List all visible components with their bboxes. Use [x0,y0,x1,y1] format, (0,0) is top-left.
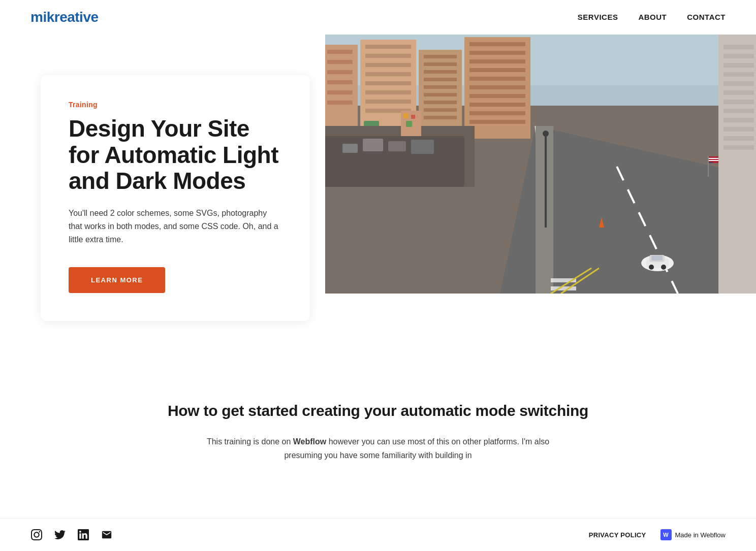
svg-rect-29 [469,42,525,46]
svg-rect-15 [365,90,411,94]
svg-rect-34 [469,85,525,89]
svg-rect-2 [325,45,358,126]
svg-rect-23 [424,85,457,89]
svg-rect-70 [723,100,754,104]
email-icon[interactable] [101,529,113,541]
svg-rect-49 [406,121,412,127]
nav-item-contact[interactable]: CONTACT [687,13,726,22]
site-logo[interactable]: mikreative [30,9,99,25]
svg-rect-33 [469,77,525,81]
nav-link-about[interactable]: ABOUT [638,13,667,21]
svg-rect-71 [723,109,754,113]
nav-item-services[interactable]: SERVICES [578,13,618,22]
svg-rect-48 [411,115,415,119]
nav-links: SERVICES ABOUT CONTACT [578,13,726,22]
svg-rect-64 [723,45,754,49]
svg-rect-36 [469,103,525,107]
learn-more-button[interactable]: LEARN MORE [69,267,165,293]
svg-rect-3 [327,50,353,54]
navigation: mikreative SERVICES ABOUT CONTACT [0,0,756,35]
svg-rect-44 [342,144,358,153]
svg-rect-67 [723,72,754,77]
svg-rect-25 [424,101,457,104]
linkedin-icon[interactable] [77,529,89,541]
how-to-title: How to get started creating your automat… [102,402,654,419]
svg-rect-47 [403,113,408,118]
svg-rect-66 [723,63,754,68]
svg-rect-12 [365,63,411,67]
svg-rect-72 [723,118,754,122]
svg-rect-69 [723,90,754,95]
svg-rect-30 [469,51,525,55]
svg-rect-5 [327,70,353,74]
svg-rect-43 [388,141,406,151]
hero-card: Training Design Your Site for Automatic … [41,75,310,321]
hero-image [325,35,756,362]
privacy-policy-link[interactable]: PRIVACY POLICY [589,531,646,539]
svg-rect-60 [536,126,553,294]
nav-link-contact[interactable]: CONTACT [687,13,726,21]
card-tag: Training [69,101,282,109]
footer-right: PRIVACY POLICY W Made in Webflow [589,529,726,540]
svg-rect-26 [424,108,457,112]
svg-rect-65 [723,54,754,58]
svg-rect-16 [365,100,411,104]
svg-rect-6 [327,80,353,84]
svg-rect-32 [469,68,525,72]
instagram-icon[interactable] [30,529,43,541]
svg-rect-38 [469,120,525,124]
text-bold: Webflow [293,437,326,446]
svg-rect-82 [551,286,576,290]
city-photo [325,35,756,294]
svg-rect-22 [424,78,457,81]
card-description: You'll need 2 color schemes, some SVGs, … [69,207,282,247]
webflow-badge[interactable]: W Made in Webflow [660,529,726,540]
svg-rect-13 [365,72,411,76]
svg-rect-21 [424,70,457,74]
svg-rect-73 [723,127,754,132]
svg-rect-8 [327,101,353,105]
svg-rect-14 [365,81,411,85]
svg-rect-35 [469,94,525,98]
twitter-icon[interactable] [54,529,66,541]
svg-rect-56 [651,255,663,261]
svg-rect-77 [708,158,718,159]
svg-point-62 [543,131,549,137]
card-title: Design Your Site for Automatic Light and… [69,116,282,195]
svg-rect-24 [424,93,457,96]
svg-point-58 [661,265,666,270]
svg-rect-45 [411,140,434,154]
svg-rect-75 [723,145,754,150]
svg-rect-42 [363,139,383,151]
nav-link-services[interactable]: SERVICES [578,13,618,21]
hero-section: Training Design Your Site for Automatic … [0,35,756,362]
social-links [30,529,113,541]
webflow-label: Made in Webflow [675,531,726,539]
svg-rect-4 [327,60,353,64]
svg-rect-19 [424,55,457,58]
svg-point-57 [649,265,654,270]
svg-rect-79 [708,162,712,163]
svg-rect-74 [723,136,754,141]
svg-rect-20 [424,62,457,66]
svg-rect-68 [723,81,754,86]
svg-rect-7 [327,90,353,94]
text-part1: This training is done on [207,437,293,446]
svg-rect-37 [469,111,525,115]
svg-rect-11 [365,54,411,58]
how-to-text: This training is done on Webflow however… [205,435,551,462]
webflow-logo: W [660,529,672,540]
how-to-section: How to get started creating your automat… [0,362,756,482]
svg-rect-78 [708,160,718,161]
footer: PRIVACY POLICY W Made in Webflow [0,518,756,551]
svg-rect-27 [424,116,457,119]
nav-item-about[interactable]: ABOUT [638,13,667,22]
svg-rect-31 [469,59,525,63]
svg-rect-10 [365,45,411,49]
